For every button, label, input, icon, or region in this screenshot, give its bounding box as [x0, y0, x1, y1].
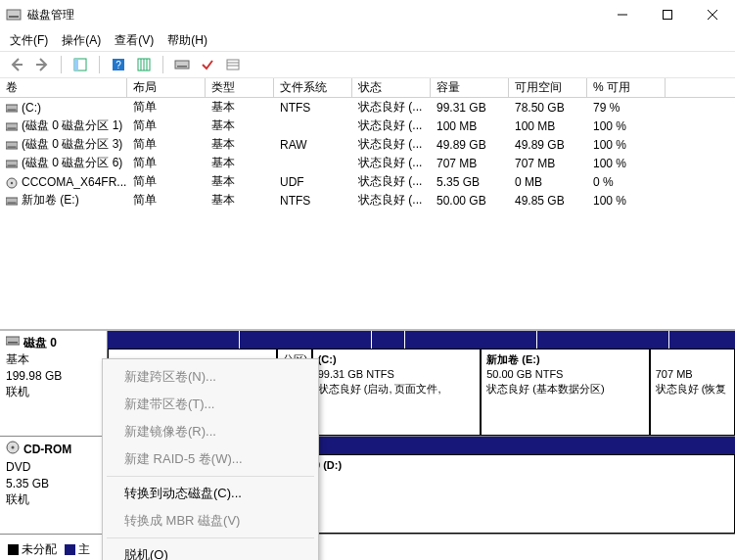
volume-name: (磁盘 0 磁盘分区 3): [22, 136, 122, 153]
minimize-button[interactable]: [600, 0, 645, 29]
svg-rect-23: [6, 123, 18, 130]
cm-new-span[interactable]: 新建跨区卷(N)...: [105, 363, 316, 391]
col-type[interactable]: 类型: [206, 78, 274, 97]
check-button[interactable]: [197, 54, 218, 75]
volume-status: 状态良好 (...: [352, 136, 431, 153]
cm-new-mirror[interactable]: 新建镜像卷(R)...: [105, 418, 316, 445]
volume-layout: 简单: [127, 155, 206, 171]
svg-rect-1: [9, 16, 19, 18]
context-menu: 新建跨区卷(N)... 新建带区卷(T)... 新建镜像卷(R)... 新建 R…: [102, 358, 319, 560]
volume-icon: [6, 196, 18, 206]
volume-row[interactable]: (磁盘 0 磁盘分区 3)简单基本RAW状态良好 (...49.89 GB49.…: [0, 135, 735, 154]
cm-new-raid5[interactable]: 新建 RAID-5 卷(W)...: [105, 445, 316, 473]
list-button[interactable]: [222, 54, 244, 75]
volume-pct: 100 %: [587, 119, 666, 133]
cdrom-size: 5.35 GB: [6, 476, 101, 492]
cm-offline[interactable]: 脱机(O): [105, 541, 316, 560]
volume-pct: 100 %: [587, 194, 666, 208]
volume-row[interactable]: (C:)简单基本NTFS状态良好 (...99.31 GB78.50 GB79 …: [0, 98, 735, 117]
disk-0-type: 基本: [6, 351, 101, 368]
disk-0-name: 磁盘 0: [23, 335, 57, 351]
legend-unalloc-box: [8, 544, 19, 555]
volume-layout: 简单: [127, 117, 206, 134]
volume-layout: 简单: [127, 173, 206, 190]
svg-rect-25: [6, 142, 18, 149]
disk-0-info[interactable]: 磁盘 0 基本 199.98 GB 联机: [0, 331, 108, 436]
volume-icon: [6, 103, 18, 113]
part-last[interactable]: 707 MB 状态良好 (恢复: [650, 349, 735, 436]
volume-capacity: 100 MB: [431, 119, 509, 133]
cm-new-striped[interactable]: 新建带区卷(T)...: [105, 391, 316, 418]
svg-rect-31: [6, 198, 18, 205]
volume-name: (C:): [22, 101, 41, 115]
cm-to-dynamic[interactable]: 转换到动态磁盘(C)...: [105, 480, 316, 507]
volume-row[interactable]: CCCOMA_X64FR...简单基本UDF状态良好 (...5.35 GB0 …: [0, 172, 735, 191]
volume-row[interactable]: 新加卷 (E:)简单基本NTFS状态良好 (...50.00 GB49.85 G…: [0, 191, 735, 210]
volume-icon: [6, 121, 18, 131]
cdrom-status: 联机: [6, 491, 101, 508]
part-e[interactable]: 新加卷 (E:) 50.00 GB NTFS 状态良好 (基本数据分区): [481, 349, 650, 436]
svg-rect-17: [177, 66, 187, 68]
view-button[interactable]: [69, 54, 91, 75]
menu-view[interactable]: 查看(V): [115, 32, 154, 49]
svg-rect-24: [8, 127, 17, 128]
col-fs[interactable]: 文件系统: [274, 78, 352, 97]
part-last-status: 状态良好 (恢复: [656, 383, 727, 395]
volume-row[interactable]: (磁盘 0 磁盘分区 1)简单基本状态良好 (...100 MB100 MB10…: [0, 117, 735, 135]
help-button[interactable]: ?: [108, 54, 129, 75]
disk-view-button[interactable]: [171, 54, 193, 75]
cdrom-icon: [6, 441, 20, 459]
close-button[interactable]: [690, 0, 735, 29]
toolbar: ?: [0, 51, 735, 78]
volume-pct: 100 %: [587, 157, 666, 170]
col-capacity[interactable]: 容量: [431, 78, 509, 97]
window-title: 磁盘管理: [27, 7, 600, 23]
volume-layout: 简单: [127, 99, 206, 116]
svg-point-30: [11, 181, 13, 183]
back-button[interactable]: [6, 54, 27, 75]
menu-help[interactable]: 帮助(H): [167, 32, 207, 49]
maximize-button[interactable]: [645, 0, 690, 29]
volume-status: 状态良好 (...: [352, 192, 431, 209]
volume-type: 基本: [206, 173, 274, 190]
disk-0-status: 联机: [6, 384, 101, 400]
app-icon: [6, 7, 22, 23]
volume-pct: 0 %: [587, 175, 666, 189]
cdrom-info[interactable]: CD-ROM DVD 5.35 GB 联机: [0, 437, 108, 534]
svg-rect-34: [8, 342, 18, 344]
volume-status: 状态良好 (...: [352, 173, 431, 190]
volume-name: (磁盘 0 磁盘分区 1): [22, 117, 122, 134]
settings-button[interactable]: [133, 54, 155, 75]
forward-button[interactable]: [31, 54, 53, 75]
volume-pct: 100 %: [587, 138, 666, 152]
svg-rect-28: [8, 164, 17, 165]
menu-action[interactable]: 操作(A): [62, 32, 101, 49]
volume-header: 卷 布局 类型 文件系统 状态 容量 可用空间 % 可用: [0, 78, 735, 98]
volume-fs: RAW: [274, 138, 352, 152]
volume-icon: [6, 140, 18, 150]
volume-layout: 简单: [127, 192, 206, 209]
volume-row[interactable]: (磁盘 0 磁盘分区 6)简单基本状态良好 (...707 MB707 MB10…: [0, 154, 735, 172]
svg-rect-18: [227, 60, 239, 70]
menu-file[interactable]: 文件(F): [10, 32, 48, 49]
disk-0-size: 199.98 GB: [6, 368, 101, 385]
volume-free: 49.85 GB: [509, 194, 587, 208]
part-c[interactable]: (C:) 99.31 GB NTFS 状态良好 (启动, 页面文件,: [312, 349, 482, 436]
svg-text:?: ?: [115, 60, 121, 70]
cm-to-mbr[interactable]: 转换成 MBR 磁盘(V): [105, 507, 316, 535]
col-name[interactable]: 卷: [0, 78, 127, 97]
volume-name: (磁盘 0 磁盘分区 6): [22, 155, 122, 171]
volume-fs: NTFS: [274, 194, 352, 208]
volume-free: 78.50 GB: [509, 101, 587, 115]
col-status[interactable]: 状态: [352, 78, 431, 97]
col-free[interactable]: 可用空间: [509, 78, 587, 97]
titlebar: 磁盘管理: [0, 0, 735, 29]
volume-status: 状态良好 (...: [352, 99, 431, 116]
svg-rect-33: [6, 337, 20, 345]
part-e-status: 状态良好 (基本数据分区): [486, 383, 604, 395]
volume-name: 新加卷 (E:): [22, 192, 79, 209]
col-pct[interactable]: % 可用: [587, 78, 666, 97]
svg-rect-26: [8, 146, 17, 147]
volume-status: 状态良好 (...: [352, 117, 431, 134]
col-layout[interactable]: 布局: [127, 78, 206, 97]
